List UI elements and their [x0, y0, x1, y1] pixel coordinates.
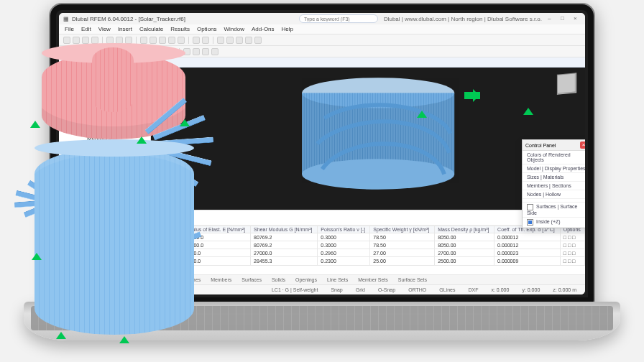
status-cell[interactable]: DXF	[465, 287, 481, 292]
tree-item[interactable]: Nodes	[60, 95, 149, 103]
toolbar-button[interactable]	[193, 37, 200, 44]
disclosure-icon[interactable]: +	[70, 183, 75, 188]
toolbar-button[interactable]	[254, 37, 262, 44]
search-input[interactable]	[299, 14, 378, 23]
menu-insert[interactable]: Insert	[118, 26, 132, 32]
dock-tab[interactable]: Lines	[184, 275, 205, 284]
close-button[interactable]: ×	[574, 15, 581, 22]
dock-tab[interactable]: Surfaces	[237, 275, 266, 284]
tree-item[interactable]: −Model	[60, 87, 149, 95]
toolbar-button[interactable]	[140, 37, 147, 44]
toolbar-button[interactable]	[168, 37, 175, 44]
toolbar-button[interactable]	[150, 48, 157, 55]
menu-calculate[interactable]: Calculate	[139, 26, 163, 32]
dock-tab[interactable]: Materials	[62, 275, 91, 284]
control-panel-row[interactable]: Surfaces | Surface Side	[523, 203, 585, 218]
toolbar-button[interactable]	[150, 37, 157, 44]
status-cell[interactable]: O-Snap	[375, 287, 398, 292]
navigator-tab-display[interactable]: Display	[82, 200, 105, 210]
table-row[interactable]: 1SteelIsotropic | Linear Elastic210000.0…	[60, 233, 585, 241]
toolbar-button[interactable]	[134, 48, 142, 55]
minimize-button[interactable]: –	[548, 15, 555, 22]
toolbar-button[interactable]	[116, 37, 123, 44]
toolbar-button[interactable]	[116, 48, 123, 55]
disclosure-icon[interactable]: +	[70, 191, 75, 196]
status-cell[interactable]: GLines	[436, 287, 458, 292]
tree-item[interactable]: Solids	[60, 150, 149, 158]
tree-item[interactable]: Members	[60, 134, 149, 142]
toolbar-button[interactable]	[202, 48, 209, 55]
menu-results[interactable]: Results	[170, 26, 190, 32]
toolbar-button[interactable]	[193, 48, 200, 55]
status-cell[interactable]: Snap	[328, 287, 345, 292]
toolbar-button[interactable]	[82, 37, 89, 44]
toolbar-button[interactable]	[125, 48, 132, 55]
table-row[interactable]: 3AluminumIsotropic | Linear Elastic70000…	[60, 249, 585, 257]
toolbar-button[interactable]	[91, 37, 98, 44]
tree-item[interactable]: Thicknesses	[60, 126, 149, 134]
header-link[interactable]: Dlubal | www.dlubal.com | North region |…	[384, 16, 542, 22]
toolbar-button[interactable]	[159, 48, 166, 55]
dock-tab[interactable]: Solids	[267, 275, 290, 284]
view-cube[interactable]	[557, 73, 577, 96]
toolbar-button[interactable]	[63, 37, 70, 44]
tree-item[interactable]: −Solar_Tracker.rf6	[60, 79, 149, 87]
menu-help[interactable]: Help	[282, 26, 293, 32]
col-header[interactable]: Specific Weight γ [kN/m³]	[370, 226, 435, 233]
status-cell[interactable]: z: 0.000 m	[550, 287, 579, 292]
toolbar-button[interactable]	[125, 37, 132, 44]
status-cell[interactable]: y: 0.000	[519, 287, 543, 292]
toolbar-button[interactable]	[63, 48, 70, 55]
menu-view[interactable]: View	[98, 26, 111, 32]
toolbar-button[interactable]	[106, 48, 114, 55]
toolbar-button[interactable]	[159, 37, 166, 44]
col-header[interactable]: Modulus of Elast. E [N/mm²]	[179, 226, 250, 233]
dock-tab[interactable]: Surface Sets	[394, 275, 431, 284]
col-header[interactable]: Material Model	[117, 226, 179, 233]
col-header[interactable]: Shear Modulus G [N/mm²]	[251, 226, 318, 233]
toolbar-button[interactable]	[82, 48, 89, 55]
menu-add-ons[interactable]: Add-Ons	[252, 26, 275, 32]
table-row[interactable]: 2SteelIsotropic | Linear Elastic210000.0…	[60, 241, 585, 249]
navigator-tab-data[interactable]: Data	[59, 200, 82, 210]
menu-file[interactable]: File	[65, 26, 74, 32]
navigator-tab-views[interactable]: Views	[105, 200, 128, 210]
col-header[interactable]: Poisson's Ratio ν [-]	[318, 226, 370, 233]
menu-window[interactable]: Window	[224, 26, 244, 32]
col-header[interactable]: Material Name	[77, 226, 117, 233]
toolbar-button[interactable]	[183, 48, 190, 55]
dock-tab[interactable]: Sections	[92, 275, 120, 284]
tree-item[interactable]: Materials	[60, 111, 149, 119]
toolbar-button[interactable]	[91, 48, 98, 55]
tree-item[interactable]: Nodal Supports	[60, 166, 149, 174]
toolbar-button[interactable]	[236, 37, 243, 44]
dock-tab[interactable]: Openings	[291, 275, 321, 284]
col-header[interactable]: Mass Density ρ [kg/m³]	[435, 226, 494, 233]
dock-tab[interactable]: Member Sets	[354, 275, 392, 284]
dock-tab[interactable]: Thicknesses	[121, 275, 158, 284]
dock-tab[interactable]: Line Sets	[323, 275, 352, 284]
tree-item[interactable]: Lines	[60, 103, 149, 111]
col-header[interactable]	[60, 226, 78, 233]
tree-item[interactable]: +Load Cases & Combinations	[60, 182, 149, 190]
tree-item[interactable]: Sections	[60, 119, 149, 126]
menu-options[interactable]: Options	[197, 26, 217, 32]
maximize-button[interactable]: □	[561, 15, 568, 22]
navigator-tree[interactable]: −Solar_Tracker.rf6−ModelNodesLinesMateri…	[59, 78, 150, 200]
toolbar-button[interactable]	[73, 48, 80, 55]
3d-viewport[interactable]	[151, 68, 585, 210]
toolbar-button[interactable]	[211, 48, 218, 55]
menu-edit[interactable]: Edit	[81, 26, 91, 32]
control-panel[interactable]: Control Panel × Colors of Rendered Objec…	[522, 139, 585, 228]
status-cell[interactable]: LC1 · G | Self-weight	[269, 287, 321, 292]
dock-tab[interactable]: Nodes	[160, 275, 183, 284]
disclosure-icon[interactable]: −	[63, 80, 68, 85]
materials-table[interactable]: Material NameMaterial ModelModulus of El…	[59, 226, 585, 274]
toolbar-button[interactable]	[202, 37, 209, 44]
status-cell[interactable]: Grid	[353, 287, 368, 292]
toolbar-button[interactable]	[73, 37, 80, 44]
toolbar-button[interactable]	[217, 37, 224, 44]
tree-item[interactable]: Openings	[60, 158, 149, 166]
toolbar-button[interactable]	[178, 37, 185, 44]
navigator-tab-results[interactable]: Results	[127, 200, 150, 210]
